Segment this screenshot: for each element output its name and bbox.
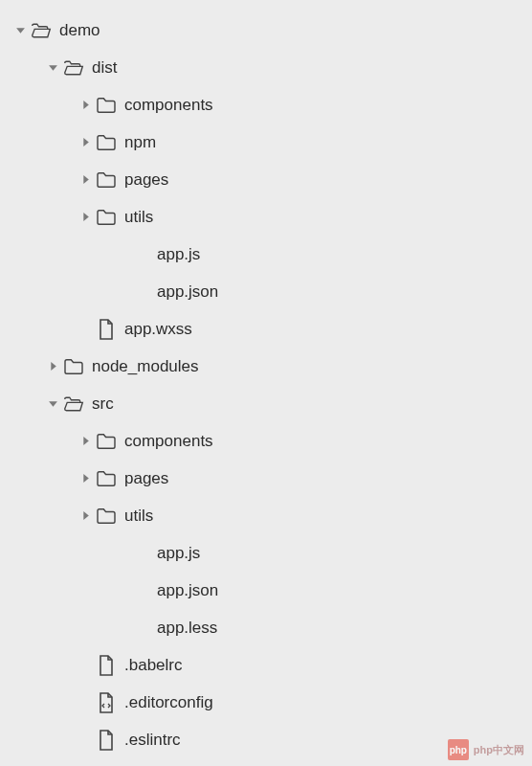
chevron-right-icon[interactable] (78, 99, 92, 112)
watermark: php php中文网 (448, 739, 524, 760)
folder-open-icon (63, 57, 84, 79)
tree-row[interactable]: .editorconfig (8, 684, 524, 721)
tree-item-label: components (124, 96, 213, 115)
file-tree: demodistcomponentsnpmpagesutilsapp.jsapp… (0, 0, 532, 766)
chevron-right-icon[interactable] (78, 173, 92, 187)
tree-item-label: .editorconfig (124, 693, 213, 712)
folder-icon (96, 506, 117, 527)
tree-item-label: node_modules (92, 357, 199, 376)
tree-row[interactable]: dist (8, 49, 524, 86)
tree-row[interactable]: app.json (8, 572, 524, 609)
tree-row[interactable]: components (8, 422, 524, 460)
tree-row[interactable]: node_modules (8, 348, 524, 385)
chevron-down-icon[interactable] (13, 24, 27, 37)
tree-item-label: .eslintrc (124, 731, 181, 750)
tree-row[interactable]: utils (8, 497, 524, 534)
tree-item-label: components (124, 432, 213, 451)
tree-item-label: pages (124, 469, 168, 488)
tree-item-label: utils (124, 208, 153, 227)
chevron-right-icon[interactable] (78, 136, 92, 149)
watermark-text: php中文网 (474, 743, 524, 757)
chevron-right-icon[interactable] (78, 472, 92, 485)
tree-item-label: .babelrc (124, 656, 182, 675)
tree-item-label: app.json (157, 282, 218, 302)
tree-row[interactable]: app.wxss (8, 310, 524, 348)
folder-open-icon (31, 20, 52, 41)
file-icon (96, 730, 117, 751)
chevron-right-icon[interactable] (46, 360, 59, 373)
tree-item-label: app.js (157, 245, 200, 264)
folder-icon (63, 356, 84, 377)
watermark-badge: php (448, 739, 469, 760)
tree-item-label: src (92, 394, 114, 414)
file-code-icon (96, 692, 117, 713)
tree-item-label: dist (92, 58, 117, 78)
tree-item-label: utils (124, 507, 153, 526)
tree-item-label: pages (124, 170, 168, 190)
file-icon (96, 319, 117, 340)
folder-icon (96, 132, 117, 153)
tree-row[interactable]: app.json (8, 273, 524, 310)
tree-row[interactable]: utils (8, 198, 524, 236)
tree-item-label: demo (59, 21, 100, 40)
tree-item-label: app.wxss (124, 320, 192, 339)
tree-row[interactable]: .babelrc (8, 646, 524, 684)
tree-item-label: app.less (157, 619, 217, 638)
folder-icon (96, 468, 117, 489)
tree-item-label: npm (124, 133, 156, 152)
folder-open-icon (63, 394, 84, 415)
folder-icon (96, 95, 117, 116)
tree-row[interactable]: app.js (8, 236, 524, 273)
chevron-down-icon[interactable] (46, 61, 59, 75)
tree-row[interactable]: components (8, 86, 524, 124)
folder-icon (96, 431, 117, 452)
file-icon (96, 655, 117, 676)
chevron-right-icon[interactable] (78, 509, 92, 523)
tree-row[interactable]: src (8, 385, 524, 422)
chevron-right-icon[interactable] (78, 211, 92, 224)
folder-icon (96, 169, 117, 191)
tree-item-label: app.js (157, 544, 200, 563)
tree-row[interactable]: app.js (8, 534, 524, 572)
chevron-down-icon[interactable] (46, 397, 59, 411)
tree-item-label: app.json (157, 581, 218, 600)
tree-row[interactable]: pages (8, 460, 524, 497)
tree-row[interactable]: demo (8, 11, 524, 49)
folder-icon (96, 207, 117, 228)
tree-row[interactable]: npm (8, 124, 524, 161)
chevron-right-icon[interactable] (78, 435, 92, 448)
tree-row[interactable]: pages (8, 161, 524, 198)
tree-row[interactable]: app.less (8, 609, 524, 646)
